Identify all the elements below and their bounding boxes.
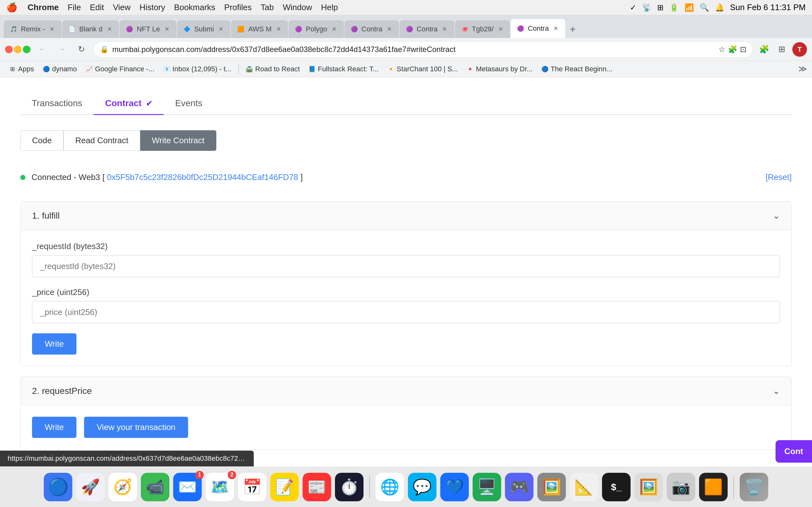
menu-tab[interactable]: Tab: [261, 3, 274, 12]
bookmark-fullstack-react[interactable]: 📘 Fullstack React: T...: [305, 63, 383, 75]
dock-image-editor[interactable]: 🖼️: [635, 473, 663, 501]
address-bar[interactable]: 🔒 mumbai.polygonscan.com/address/0x637d7…: [93, 41, 753, 58]
dock-pycharm[interactable]: 🖥️: [473, 473, 501, 501]
dock-safari[interactable]: 🧭: [108, 473, 137, 501]
menu-file[interactable]: File: [67, 3, 81, 12]
dock-notes[interactable]: 📝: [270, 473, 299, 501]
menu-help[interactable]: Help: [321, 3, 338, 12]
profile-menu-button[interactable]: ⊞: [774, 42, 789, 57]
bookmark-react-beginner-label: The React Beginn...: [551, 65, 612, 73]
status-bar-url: https://mumbai.polygonscan.com/address/0…: [8, 454, 254, 462]
tab-4[interactable]: 🔷 Submi ✕: [177, 20, 230, 38]
price-input[interactable]: [32, 301, 780, 323]
notification-pill[interactable]: Cont: [775, 440, 812, 463]
maximize-window-button[interactable]: [23, 46, 31, 53]
dock-chrome[interactable]: 🌐: [375, 473, 404, 501]
bookmark-inbox[interactable]: 📧 Inbox (12,095) - t...: [159, 63, 235, 75]
dock-image-capture[interactable]: 📷: [667, 473, 695, 501]
tab-close-6[interactable]: ✕: [331, 25, 338, 33]
bookmark-metasaurs[interactable]: ● Metasaurs by Dr...: [463, 63, 537, 75]
new-tab-button[interactable]: +: [566, 20, 579, 38]
extensions-button[interactable]: 🧩: [757, 42, 771, 57]
write-fulfill-button[interactable]: Write: [32, 333, 77, 354]
accordion-fulfill-header[interactable]: 1. fulfill ⌄: [20, 202, 792, 230]
bookmark-apps[interactable]: ⊞ Apps: [5, 63, 38, 75]
tab-events[interactable]: Events: [164, 93, 214, 115]
bookmark-react-beginner[interactable]: 🔵 The React Beginn...: [538, 63, 616, 75]
dock-klokki[interactable]: ⏱️: [335, 473, 363, 501]
bookmark-starchant[interactable]: ● StarChant 100 | S...: [384, 63, 462, 75]
dock-skype[interactable]: 💬: [408, 473, 437, 501]
tab-close-7[interactable]: ✕: [386, 25, 393, 33]
menu-bookmarks[interactable]: Bookmarks: [174, 3, 215, 12]
tab-1[interactable]: 🎵 Remix - ✕: [4, 20, 61, 38]
tab-9[interactable]: 🐙 Tgb29/ ✕: [455, 20, 510, 38]
read-contract-button[interactable]: Read Contract: [63, 130, 140, 151]
bookmark-star-icon[interactable]: ☆: [718, 45, 725, 54]
dock-vscode[interactable]: 💙: [440, 473, 469, 501]
mail-badge: 1: [195, 471, 204, 479]
back-button[interactable]: ←: [34, 42, 50, 57]
menu-view[interactable]: View: [113, 3, 131, 12]
dock-launchpad[interactable]: 🚀: [76, 473, 105, 501]
dock-facetime[interactable]: 📹: [141, 473, 169, 501]
dock-news[interactable]: 📰: [303, 473, 331, 501]
close-window-button[interactable]: [5, 46, 13, 53]
view-transaction-button[interactable]: View your transaction: [84, 417, 188, 438]
menu-window[interactable]: Window: [283, 3, 312, 12]
tab-3[interactable]: 🟣 NFT Le ✕: [119, 20, 176, 38]
tab-close-8[interactable]: ✕: [441, 25, 449, 33]
bookmark-road-to-react[interactable]: 🛣️ Road to React: [242, 63, 304, 75]
dock-trash[interactable]: 🗑️: [740, 473, 768, 501]
tab-close-10[interactable]: ✕: [552, 25, 560, 32]
accordion-fulfill-body: _requestId (bytes32) _price (uint256) Wr…: [20, 230, 792, 366]
dock-maps[interactable]: 🗺️ 2: [206, 473, 234, 501]
extension-icon[interactable]: 🧩: [728, 45, 738, 54]
reload-button[interactable]: ↻: [73, 42, 90, 57]
dock-discord[interactable]: 🎮: [505, 473, 534, 501]
tab-close-5[interactable]: ✕: [275, 25, 282, 33]
notification-icon[interactable]: 🔔: [715, 3, 724, 12]
picture-in-picture-icon[interactable]: ⊡: [740, 45, 746, 54]
tab-6[interactable]: 🟣 Polygo ✕: [289, 20, 344, 38]
bookmark-dynamo[interactable]: 🔵 dynamo: [39, 63, 81, 75]
tab-close-4[interactable]: ✕: [217, 25, 224, 33]
tab-10[interactable]: 🟣 Contra ✕: [511, 19, 565, 38]
dock-terminal[interactable]: $_: [602, 473, 630, 501]
tab-close-1[interactable]: ✕: [48, 25, 56, 33]
menu-history[interactable]: History: [140, 3, 165, 12]
request-id-input[interactable]: [32, 255, 780, 277]
wallet-address-link[interactable]: 0x5F5b7c5c23f2826b0fDc25D21944bCEaf146FD…: [107, 172, 298, 182]
tab-transactions[interactable]: Transactions: [20, 93, 94, 115]
tab-5[interactable]: 🟧 AWS M ✕: [231, 20, 288, 38]
accordion-request-price-header[interactable]: 2. requestPrice ⌄: [20, 377, 792, 405]
search-icon[interactable]: 🔍: [700, 3, 709, 12]
menu-edit[interactable]: Edit: [90, 3, 104, 12]
bookmarks-more-button[interactable]: ≫: [798, 64, 807, 74]
dock-finder[interactable]: 🔵: [44, 473, 72, 501]
menu-profiles[interactable]: Profiles: [224, 3, 252, 12]
reset-link[interactable]: [Reset]: [766, 172, 792, 182]
tab-8[interactable]: 🟣 Contra ✕: [400, 20, 454, 38]
write-contract-button[interactable]: Write Contract: [140, 130, 216, 151]
apple-menu[interactable]: 🍎: [6, 2, 17, 13]
dock-calendar[interactable]: 📅: [238, 473, 266, 501]
dock-blender[interactable]: 🟧: [699, 473, 728, 501]
dock-mail[interactable]: ✉️ 1: [173, 473, 202, 501]
minimize-window-button[interactable]: [14, 46, 21, 53]
dock-screensizes[interactable]: 📐: [570, 473, 598, 501]
profile-button[interactable]: T: [792, 42, 807, 57]
menu-bar: 🍎 Chrome File Edit View History Bookmark…: [0, 0, 812, 15]
tab-close-2[interactable]: ✕: [106, 25, 113, 33]
code-button[interactable]: Code: [20, 130, 63, 151]
tab-2[interactable]: 📄 Blank d ✕: [62, 20, 119, 38]
forward-button[interactable]: →: [54, 42, 70, 57]
tab-close-3[interactable]: ✕: [163, 25, 171, 33]
menu-chrome[interactable]: Chrome: [28, 3, 59, 12]
tab-7[interactable]: 🟣 Contra ✕: [345, 20, 399, 38]
tab-close-9[interactable]: ✕: [497, 25, 504, 33]
bookmark-google-finance[interactable]: 📈 Google Finance -...: [82, 63, 158, 75]
tab-contract[interactable]: Contract ✔: [94, 93, 164, 115]
write-request-price-button[interactable]: Write: [32, 417, 77, 438]
dock-preview[interactable]: 🖼️: [537, 473, 566, 501]
